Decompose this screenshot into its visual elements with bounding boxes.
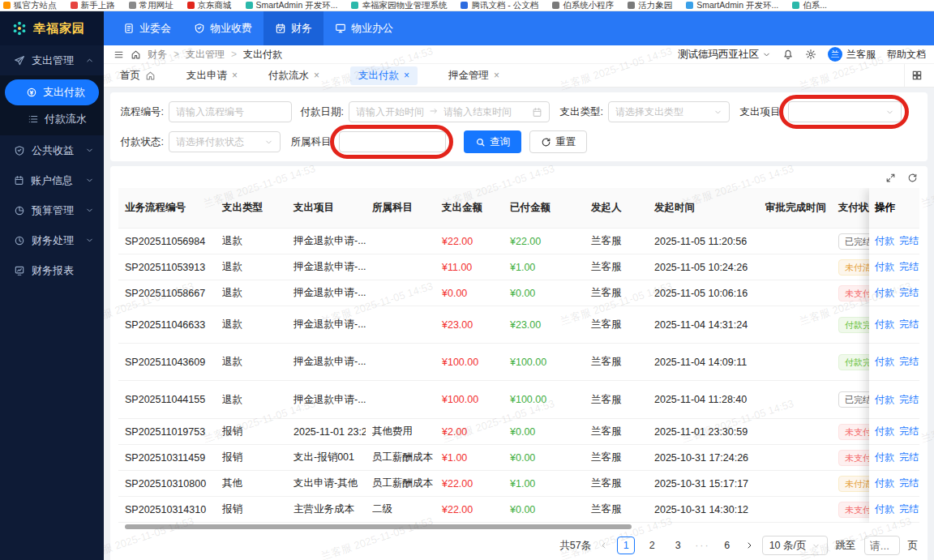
sidebar-item-财务报表[interactable]: 财务报表 (0, 255, 104, 285)
sidebar-subitem-支出付款[interactable]: 支出付款 (5, 79, 99, 105)
tab-支出申请[interactable]: 支出申请× (186, 69, 238, 83)
bookmark-favicon (71, 2, 78, 9)
sidebar-item-账户信息[interactable]: 账户信息 (0, 165, 104, 195)
sidebar-item-公共收益[interactable]: 公共收益 (0, 135, 104, 165)
bookmark-item[interactable]: SmartAdmin 开发环... (686, 0, 778, 11)
cell-approve_time (759, 445, 832, 471)
row-actions: 付款完结 (869, 229, 919, 254)
fullscreen-icon[interactable] (885, 173, 896, 183)
action-link-完结[interactable]: 完结 (899, 451, 919, 464)
page-number-2[interactable]: 2 (643, 536, 661, 554)
action-link-付款[interactable]: 付款 (875, 355, 894, 369)
bookmark-item[interactable]: 伯系统小程序 (552, 0, 614, 11)
action-link-完结[interactable]: 完结 (899, 260, 919, 274)
tab-options-grid-icon[interactable] (904, 64, 929, 87)
horizontal-scrollbar[interactable] (118, 523, 919, 531)
sidebar-item-财务处理[interactable]: 财务处理 (0, 225, 104, 255)
next-page-icon[interactable] (744, 541, 754, 550)
app-logo[interactable]: 幸福家园 (0, 11, 104, 45)
action-link-付款[interactable]: 付款 (875, 477, 894, 490)
bookmark-item[interactable]: 新手上路 (71, 0, 115, 11)
collapse-sidebar-icon[interactable] (114, 49, 124, 60)
community-switcher[interactable]: 测试德玛西亚社区 (678, 48, 771, 62)
action-link-付款[interactable]: 付款 (875, 260, 894, 274)
close-tab-icon[interactable]: × (494, 70, 499, 81)
action-link-完结[interactable]: 完结 (899, 318, 919, 331)
jump-page-input[interactable] (864, 536, 900, 555)
bookmark-item[interactable]: 伯系... (792, 0, 827, 11)
refresh-table-icon[interactable] (907, 173, 918, 183)
gear-icon[interactable] (805, 49, 816, 60)
calendar-icon (14, 175, 24, 186)
page-number-3[interactable]: 3 (669, 536, 687, 554)
pay-status-select[interactable]: 请选择付款状态 (169, 131, 281, 152)
bell-icon[interactable] (782, 49, 794, 60)
bookmark-item[interactable]: 幸福家园物业管理系统 (351, 0, 447, 11)
close-tab-icon[interactable]: × (404, 70, 409, 81)
close-tab-icon[interactable]: × (232, 70, 238, 81)
tab-付款流水[interactable]: 付款流水× (268, 69, 319, 83)
action-link-完结[interactable]: 完结 (899, 425, 919, 438)
row-actions: 付款完结 (869, 381, 919, 419)
help-doc-link[interactable]: 帮助文档 (887, 48, 926, 62)
nav-item-物业收费[interactable]: 物业收费 (182, 11, 263, 45)
action-link-完结[interactable]: 完结 (899, 234, 919, 248)
sidebar: 幸福家园 支出管理支出付款付款流水公共收益账户信息预算管理财务处理财务报表 (0, 11, 104, 560)
cell-item: 支出-报销001 (287, 445, 366, 471)
bookmark-item[interactable]: 狐官方站点 (3, 0, 57, 11)
sidebar-item-预算管理[interactable]: 预算管理 (0, 195, 104, 225)
search-button[interactable]: 查询 (464, 130, 521, 153)
expense-type-select[interactable]: 请选择支出类型 (608, 101, 730, 122)
process-no-input[interactable] (169, 101, 292, 122)
cell-no: SP202511044155 (118, 381, 216, 419)
action-link-完结[interactable]: 完结 (899, 502, 919, 516)
nav-item-业委会[interactable]: 业委会 (112, 11, 182, 45)
table-row: SP202510310800其他支出申请-其他员工薪酬成本¥22.00¥1.00… (118, 471, 919, 497)
tab-支出付款[interactable]: 支出付款× (350, 66, 418, 85)
nav-item-财务[interactable]: 财务 (263, 11, 323, 45)
cell-subject (366, 280, 435, 306)
action-link-付款[interactable]: 付款 (875, 318, 894, 331)
action-link-付款[interactable]: 付款 (875, 502, 894, 516)
action-link-付款[interactable]: 付款 (875, 393, 894, 407)
subject-input[interactable] (339, 131, 446, 152)
bookmark-item[interactable]: 常用网址 (129, 0, 174, 11)
prev-page-icon[interactable] (599, 541, 609, 550)
action-link-付款[interactable]: 付款 (875, 451, 894, 464)
close-tab-icon[interactable]: × (314, 70, 319, 81)
page-ellipsis[interactable]: ··· (695, 540, 710, 551)
cell-paid: ¥100.00 (503, 344, 585, 381)
sidebar-subitem-付款流水[interactable]: 付款流水 (0, 106, 104, 132)
action-link-完结[interactable]: 完结 (899, 286, 919, 300)
page-number-1[interactable]: 1 (617, 536, 635, 554)
action-link-完结[interactable]: 完结 (899, 393, 919, 407)
home-icon[interactable] (131, 49, 141, 60)
action-link-完结[interactable]: 完结 (899, 477, 919, 490)
sidebar-item-支出管理[interactable]: 支出管理 (0, 45, 104, 75)
bookmark-item[interactable]: 活力象园 (628, 0, 672, 11)
tab-首页[interactable]: 首页 (120, 69, 156, 83)
expense-item-select[interactable] (788, 101, 902, 122)
user-menu[interactable]: 兰 兰客服 (828, 47, 876, 62)
action-link-完结[interactable]: 完结 (899, 355, 919, 369)
reset-button[interactable]: 重置 (529, 130, 587, 153)
page-number-6[interactable]: 6 (718, 536, 736, 554)
scrollbar-thumb[interactable] (125, 524, 632, 529)
pay-date-range-input[interactable]: 请输入开始时间 请输入结束时间 (349, 101, 550, 122)
breadcrumb-item[interactable]: 支出管理 (186, 48, 225, 62)
action-link-付款[interactable]: 付款 (875, 425, 894, 438)
cell-time: 2025-11-04 11:28:40 (648, 381, 759, 419)
filter-panel: 流程编号: 付款日期: 请输入开始时间 请输入结束时间 支出类型: 请选择支出类… (110, 92, 928, 161)
bookmark-item[interactable]: 京东商城 (187, 0, 232, 11)
breadcrumb-item[interactable]: 财务 (148, 48, 167, 62)
column-header: 支出金额 (435, 188, 503, 229)
tab-押金管理[interactable]: 押金管理× (448, 69, 499, 83)
nav-item-物业办公[interactable]: 物业办公 (323, 11, 405, 45)
page-size-select[interactable]: 10 条/页 (762, 536, 828, 555)
cell-no: SP202510314310 (118, 497, 216, 523)
action-link-付款[interactable]: 付款 (875, 286, 894, 300)
bookmark-favicon (686, 2, 693, 9)
bookmark-item[interactable]: SmartAdmin 开发环... (246, 0, 338, 11)
action-link-付款[interactable]: 付款 (875, 234, 894, 248)
bookmark-item[interactable]: 腾讯文档 - 公文档 (461, 0, 538, 11)
